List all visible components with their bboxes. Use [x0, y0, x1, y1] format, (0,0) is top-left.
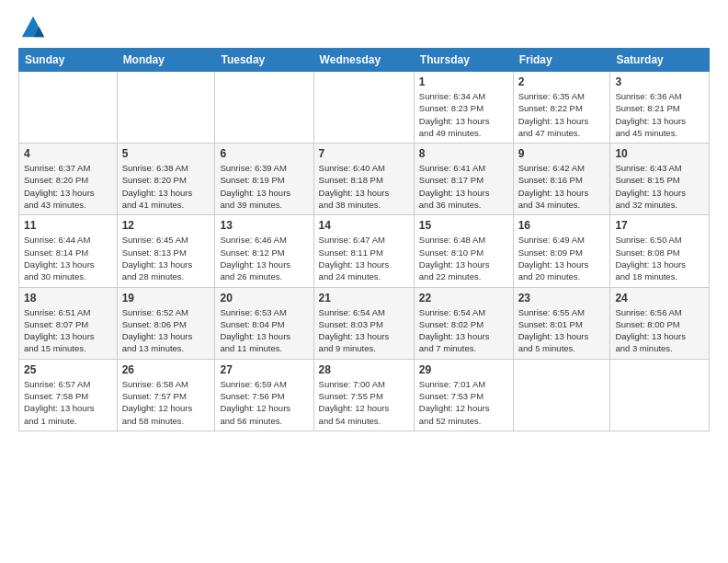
day-number: 23	[518, 292, 606, 304]
day-number: 3	[615, 75, 704, 88]
calendar-cell: 3Sunrise: 6:36 AM Sunset: 8:21 PM Daylig…	[610, 72, 710, 144]
day-info: Sunrise: 6:56 AM Sunset: 8:00 PM Dayligh…	[615, 306, 704, 355]
day-number: 10	[615, 147, 704, 160]
calendar-cell: 16Sunrise: 6:49 AM Sunset: 8:09 PM Dayli…	[513, 215, 610, 287]
day-info: Sunrise: 6:46 AM Sunset: 8:12 PM Dayligh…	[220, 234, 308, 282]
day-number: 2	[518, 75, 606, 88]
day-number: 21	[319, 292, 409, 304]
calendar-body: 1Sunrise: 6:34 AM Sunset: 8:23 PM Daylig…	[19, 72, 710, 431]
day-number: 22	[419, 292, 508, 304]
calendar-cell: 19Sunrise: 6:52 AM Sunset: 8:06 PM Dayli…	[117, 287, 215, 359]
day-info: Sunrise: 6:35 AM Sunset: 8:22 PM Dayligh…	[518, 90, 606, 139]
day-number: 13	[220, 219, 308, 232]
day-info: Sunrise: 6:43 AM Sunset: 8:15 PM Dayligh…	[615, 162, 704, 211]
calendar-cell: 2Sunrise: 6:35 AM Sunset: 8:22 PM Daylig…	[513, 72, 610, 144]
logo-icon	[20, 15, 46, 40]
day-info: Sunrise: 6:38 AM Sunset: 8:20 PM Dayligh…	[122, 162, 210, 211]
calendar-cell: 6Sunrise: 6:39 AM Sunset: 8:19 PM Daylig…	[215, 144, 313, 215]
logo	[18, 15, 46, 40]
day-info: Sunrise: 6:48 AM Sunset: 8:10 PM Dayligh…	[419, 234, 508, 282]
weekday-header: Sunday	[19, 49, 118, 72]
day-number: 18	[24, 292, 112, 304]
day-info: Sunrise: 6:42 AM Sunset: 8:16 PM Dayligh…	[518, 162, 606, 211]
day-number: 28	[319, 363, 409, 376]
calendar-cell: 25Sunrise: 6:57 AM Sunset: 7:58 PM Dayli…	[19, 359, 118, 431]
day-info: Sunrise: 6:39 AM Sunset: 8:19 PM Dayligh…	[220, 162, 308, 211]
day-info: Sunrise: 6:44 AM Sunset: 8:14 PM Dayligh…	[24, 234, 112, 282]
day-info: Sunrise: 6:51 AM Sunset: 8:07 PM Dayligh…	[24, 306, 112, 355]
calendar-cell: 14Sunrise: 6:47 AM Sunset: 8:11 PM Dayli…	[313, 215, 414, 287]
calendar-week-row: 4Sunrise: 6:37 AM Sunset: 8:20 PM Daylig…	[19, 144, 710, 215]
calendar-cell: 28Sunrise: 7:00 AM Sunset: 7:55 PM Dayli…	[313, 359, 414, 431]
calendar-cell: 8Sunrise: 6:41 AM Sunset: 8:17 PM Daylig…	[414, 144, 513, 215]
day-info: Sunrise: 6:45 AM Sunset: 8:13 PM Dayligh…	[122, 234, 210, 282]
day-info: Sunrise: 6:50 AM Sunset: 8:08 PM Dayligh…	[615, 234, 704, 282]
day-number: 29	[419, 363, 508, 376]
day-info: Sunrise: 6:54 AM Sunset: 8:03 PM Dayligh…	[319, 306, 409, 355]
day-number: 27	[220, 363, 308, 376]
day-info: Sunrise: 6:36 AM Sunset: 8:21 PM Dayligh…	[615, 90, 704, 139]
weekday-header: Wednesday	[313, 49, 414, 72]
day-info: Sunrise: 6:57 AM Sunset: 7:58 PM Dayligh…	[24, 378, 112, 427]
day-number: 4	[24, 147, 112, 160]
day-info: Sunrise: 6:37 AM Sunset: 8:20 PM Dayligh…	[24, 162, 112, 211]
calendar-cell: 27Sunrise: 6:59 AM Sunset: 7:56 PM Dayli…	[215, 359, 313, 431]
calendar-cell: 1Sunrise: 6:34 AM Sunset: 8:23 PM Daylig…	[414, 72, 513, 144]
calendar-cell: 26Sunrise: 6:58 AM Sunset: 7:57 PM Dayli…	[117, 359, 215, 431]
day-info: Sunrise: 6:40 AM Sunset: 8:18 PM Dayligh…	[319, 162, 409, 211]
calendar-cell: 22Sunrise: 6:54 AM Sunset: 8:02 PM Dayli…	[414, 287, 513, 359]
day-number: 11	[24, 219, 112, 232]
calendar-cell: 20Sunrise: 6:53 AM Sunset: 8:04 PM Dayli…	[215, 287, 313, 359]
day-info: Sunrise: 6:34 AM Sunset: 8:23 PM Dayligh…	[419, 90, 508, 139]
calendar-cell: 10Sunrise: 6:43 AM Sunset: 8:15 PM Dayli…	[610, 144, 710, 215]
calendar-cell: 9Sunrise: 6:42 AM Sunset: 8:16 PM Daylig…	[513, 144, 610, 215]
day-info: Sunrise: 7:01 AM Sunset: 7:53 PM Dayligh…	[419, 378, 508, 427]
weekday-header: Friday	[513, 49, 610, 72]
weekday-header: Monday	[117, 49, 215, 72]
day-info: Sunrise: 6:55 AM Sunset: 8:01 PM Dayligh…	[518, 306, 606, 355]
calendar-cell: 21Sunrise: 6:54 AM Sunset: 8:03 PM Dayli…	[313, 287, 414, 359]
day-number: 24	[615, 292, 704, 304]
calendar-cell: 17Sunrise: 6:50 AM Sunset: 8:08 PM Dayli…	[610, 215, 710, 287]
day-number: 6	[220, 147, 308, 160]
calendar-cell	[610, 359, 710, 431]
calendar-week-row: 1Sunrise: 6:34 AM Sunset: 8:23 PM Daylig…	[19, 72, 710, 144]
calendar-cell: 12Sunrise: 6:45 AM Sunset: 8:13 PM Dayli…	[117, 215, 215, 287]
day-info: Sunrise: 7:00 AM Sunset: 7:55 PM Dayligh…	[319, 378, 409, 427]
day-info: Sunrise: 6:52 AM Sunset: 8:06 PM Dayligh…	[122, 306, 210, 355]
calendar-cell: 24Sunrise: 6:56 AM Sunset: 8:00 PM Dayli…	[610, 287, 710, 359]
day-info: Sunrise: 6:58 AM Sunset: 7:57 PM Dayligh…	[122, 378, 210, 427]
day-number: 9	[518, 147, 606, 160]
calendar: SundayMondayTuesdayWednesdayThursdayFrid…	[18, 48, 710, 431]
day-number: 16	[518, 219, 606, 232]
calendar-cell: 4Sunrise: 6:37 AM Sunset: 8:20 PM Daylig…	[19, 144, 118, 215]
day-number: 26	[122, 363, 210, 376]
calendar-cell: 29Sunrise: 7:01 AM Sunset: 7:53 PM Dayli…	[414, 359, 513, 431]
calendar-week-row: 25Sunrise: 6:57 AM Sunset: 7:58 PM Dayli…	[19, 359, 710, 431]
day-info: Sunrise: 6:54 AM Sunset: 8:02 PM Dayligh…	[419, 306, 508, 355]
day-number: 15	[419, 219, 508, 232]
day-number: 25	[24, 363, 112, 376]
calendar-cell	[19, 72, 118, 144]
calendar-cell	[513, 359, 610, 431]
weekday-header: Tuesday	[215, 49, 313, 72]
calendar-cell: 7Sunrise: 6:40 AM Sunset: 8:18 PM Daylig…	[313, 144, 414, 215]
day-info: Sunrise: 6:53 AM Sunset: 8:04 PM Dayligh…	[220, 306, 308, 355]
calendar-cell: 13Sunrise: 6:46 AM Sunset: 8:12 PM Dayli…	[215, 215, 313, 287]
day-info: Sunrise: 6:49 AM Sunset: 8:09 PM Dayligh…	[518, 234, 606, 282]
calendar-cell	[117, 72, 215, 144]
calendar-week-row: 18Sunrise: 6:51 AM Sunset: 8:07 PM Dayli…	[19, 287, 710, 359]
calendar-week-row: 11Sunrise: 6:44 AM Sunset: 8:14 PM Dayli…	[19, 215, 710, 287]
header	[18, 15, 710, 40]
calendar-cell: 15Sunrise: 6:48 AM Sunset: 8:10 PM Dayli…	[414, 215, 513, 287]
day-number: 19	[122, 292, 210, 304]
day-info: Sunrise: 6:41 AM Sunset: 8:17 PM Dayligh…	[419, 162, 508, 211]
calendar-cell: 23Sunrise: 6:55 AM Sunset: 8:01 PM Dayli…	[513, 287, 610, 359]
calendar-cell	[313, 72, 414, 144]
day-number: 1	[419, 75, 508, 88]
day-number: 8	[419, 147, 508, 160]
day-info: Sunrise: 6:47 AM Sunset: 8:11 PM Dayligh…	[319, 234, 409, 282]
weekday-header: Thursday	[414, 49, 513, 72]
day-number: 7	[319, 147, 409, 160]
day-number: 12	[122, 219, 210, 232]
